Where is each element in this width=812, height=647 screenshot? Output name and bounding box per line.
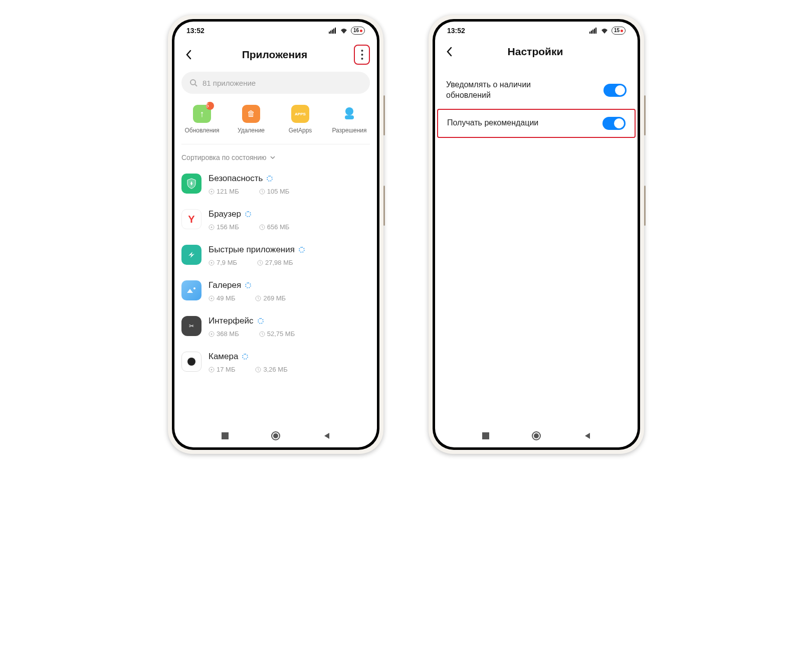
svg-point-21 xyxy=(193,287,195,289)
svg-point-10 xyxy=(345,107,353,115)
svg-rect-2 xyxy=(332,30,333,34)
status-time: 13:52 xyxy=(447,27,465,35)
quick-actions-row: 5 Обновления Удаление GetApps Разрешен xyxy=(174,101,377,144)
storage-icon xyxy=(209,295,215,301)
action-getapps[interactable]: GetApps xyxy=(278,105,323,134)
time-icon xyxy=(259,331,265,337)
setting-recommendations[interactable]: Получать рекомендации xyxy=(437,109,636,138)
status-bar: 13:52 15 xyxy=(435,22,638,40)
phone-left: 13:52 16 Приложения xyxy=(168,15,383,454)
svg-point-13 xyxy=(211,191,213,192)
app-icon xyxy=(181,280,201,300)
app-list: Безопасность 121 МБ 105 МБ Y Браузер 156… xyxy=(174,167,377,424)
overflow-menu-button[interactable] xyxy=(354,45,370,65)
delete-icon xyxy=(242,105,260,123)
status-time: 13:52 xyxy=(186,27,205,35)
svg-rect-11 xyxy=(345,115,354,119)
time-icon xyxy=(259,189,265,195)
svg-rect-31 xyxy=(222,432,229,439)
svg-rect-38 xyxy=(595,28,596,34)
nav-bar xyxy=(435,424,638,447)
app-icon xyxy=(181,352,201,372)
app-icon: Y xyxy=(181,209,201,229)
page-title: Настройки xyxy=(456,46,615,58)
wifi-icon xyxy=(340,28,348,34)
app-row-fastapp[interactable]: Быстрые приложения 7,9 МБ 27,98 МБ xyxy=(181,238,370,273)
nav-home[interactable] xyxy=(268,428,283,443)
svg-rect-3 xyxy=(333,29,334,34)
svg-rect-0 xyxy=(329,32,330,34)
setting-update-notify[interactable]: Уведомлять о наличии обновлений xyxy=(435,72,638,109)
app-row-security[interactable]: Безопасность 121 МБ 105 МБ xyxy=(181,167,370,202)
svg-point-23 xyxy=(211,297,213,299)
action-updates[interactable]: 5 Обновления xyxy=(179,105,225,134)
toggle-switch[interactable] xyxy=(602,117,626,130)
nav-back[interactable] xyxy=(579,428,594,443)
svg-point-16 xyxy=(211,226,213,228)
loading-spinner-icon xyxy=(245,211,251,217)
search-placeholder: 81 приложение xyxy=(202,79,256,87)
app-row-browser[interactable]: Y Браузер 156 МБ 656 МБ xyxy=(181,202,370,238)
loading-spinner-icon xyxy=(242,354,248,360)
time-icon xyxy=(255,295,261,301)
battery-indicator: 15 xyxy=(612,27,626,35)
status-bar: 13:52 16 xyxy=(174,22,377,40)
settings-list: Уведомлять о наличии обновлений Получать… xyxy=(435,66,638,144)
svg-rect-4 xyxy=(335,28,336,34)
app-row-camera[interactable]: Камера 17 МБ 3,26 МБ xyxy=(181,345,370,380)
signal-icon xyxy=(329,28,337,34)
phone-right: 13:52 15 Настройки xyxy=(429,15,644,454)
app-icon: ✂ xyxy=(181,316,201,336)
back-button[interactable] xyxy=(442,45,456,59)
battery-indicator: 16 xyxy=(351,27,365,35)
chevron-down-icon xyxy=(270,155,276,159)
search-input[interactable]: 81 приложение xyxy=(181,72,370,94)
updates-badge: 5 xyxy=(206,102,214,110)
svg-point-19 xyxy=(211,262,213,263)
svg-rect-1 xyxy=(330,31,331,34)
loading-spinner-icon xyxy=(245,282,251,288)
wifi-icon xyxy=(600,28,608,34)
page-title: Приложения xyxy=(195,49,354,61)
time-icon xyxy=(257,260,263,266)
back-button[interactable] xyxy=(181,48,195,62)
svg-point-7 xyxy=(361,58,363,60)
storage-icon xyxy=(209,260,215,266)
app-header: Приложения xyxy=(174,40,377,72)
nav-recents[interactable] xyxy=(218,428,233,443)
app-header: Настройки xyxy=(435,40,638,66)
app-icon xyxy=(181,174,201,194)
action-permissions[interactable]: Разрешения xyxy=(327,105,372,134)
app-row-gallery[interactable]: Галерея 49 МБ 269 МБ xyxy=(181,273,370,309)
app-icon xyxy=(181,245,201,265)
svg-rect-37 xyxy=(594,29,595,34)
getapps-icon xyxy=(291,105,309,123)
loading-spinner-icon xyxy=(299,247,305,253)
permissions-icon xyxy=(340,105,358,123)
svg-line-9 xyxy=(195,84,197,86)
loading-spinner-icon xyxy=(267,176,273,182)
svg-rect-34 xyxy=(589,32,590,34)
toggle-switch[interactable] xyxy=(603,84,627,97)
nav-back[interactable] xyxy=(319,428,334,443)
time-icon xyxy=(255,367,261,373)
svg-point-33 xyxy=(273,433,278,438)
nav-bar xyxy=(174,424,377,447)
storage-icon xyxy=(209,189,215,195)
storage-icon xyxy=(209,331,215,337)
svg-point-6 xyxy=(361,54,363,56)
storage-icon xyxy=(209,367,215,373)
svg-point-41 xyxy=(534,433,539,438)
svg-rect-36 xyxy=(592,30,593,34)
time-icon xyxy=(259,224,265,230)
svg-point-29 xyxy=(211,369,213,370)
nav-home[interactable] xyxy=(529,428,544,443)
action-delete[interactable]: Удаление xyxy=(229,105,274,134)
svg-rect-35 xyxy=(591,31,592,34)
sort-dropdown[interactable]: Сортировка по состоянию xyxy=(174,144,377,167)
app-row-interface[interactable]: ✂ Интерфейс 368 МБ 52,75 МБ xyxy=(181,309,370,345)
nav-recents[interactable] xyxy=(478,428,493,443)
svg-rect-39 xyxy=(482,432,489,439)
storage-icon xyxy=(209,224,215,230)
loading-spinner-icon xyxy=(258,318,264,324)
